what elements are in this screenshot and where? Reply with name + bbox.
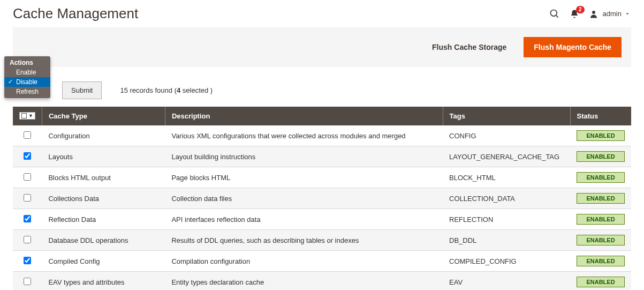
cell-tags: DB_DDL <box>443 230 570 251</box>
status-badge: ENABLED <box>577 214 625 225</box>
column-header-select: ▼ <box>13 107 42 125</box>
svg-point-2 <box>592 11 595 14</box>
row-checkbox[interactable] <box>24 257 31 264</box>
submit-button[interactable]: Submit <box>62 81 102 99</box>
actions-option-enable[interactable]: Enable <box>4 68 50 77</box>
records-found: 15 records found (4 selected ) <box>120 86 213 94</box>
svg-point-0 <box>550 10 557 16</box>
cell-cache-type: Database DDL operations <box>42 230 165 251</box>
table-row: LayoutsLayout building instructionsLAYOU… <box>13 146 631 167</box>
actions-option-disable[interactable]: Disable <box>4 77 50 87</box>
admin-user-label: admin <box>603 10 622 18</box>
svg-line-1 <box>556 15 558 17</box>
cell-cache-type: Reflection Data <box>42 209 165 230</box>
cache-table: ▼ Cache Type Description Tags Status Con… <box>13 107 631 290</box>
controls-row: Actions Enable Disable Refresh Submit 15… <box>13 81 631 99</box>
mass-select-toggle[interactable]: ▼ <box>19 112 35 120</box>
page-title: Cache Management <box>13 5 138 22</box>
cell-tags: REFLECTION <box>443 209 570 230</box>
flush-actions-bar: Flush Cache Storage Flush Magento Cache <box>13 27 631 67</box>
row-checkbox[interactable] <box>24 236 31 243</box>
cell-tags: CONFIG <box>443 125 570 146</box>
row-checkbox[interactable] <box>24 215 31 222</box>
table-row: Database DDL operationsResults of DDL qu… <box>13 230 631 251</box>
actions-dropdown: Actions Enable Disable Refresh <box>4 56 50 98</box>
cell-tags: LAYOUT_GENERAL_CACHE_TAG <box>443 146 570 167</box>
cell-description: Page blocks HTML <box>165 167 443 188</box>
cell-cache-type: Layouts <box>42 146 165 167</box>
cell-description: Compilation configuration <box>165 251 443 272</box>
cell-description: Collection data files <box>165 188 443 209</box>
table-row: Reflection DataAPI interfaces reflection… <box>13 209 631 230</box>
actions-dropdown-header: Actions <box>4 58 50 68</box>
notifications-badge: 2 <box>576 6 585 13</box>
actions-option-refresh[interactable]: Refresh <box>4 87 50 96</box>
column-header-type[interactable]: Cache Type <box>42 107 165 125</box>
column-header-status[interactable]: Status <box>570 107 631 125</box>
cell-tags: COLLECTION_DATA <box>443 188 570 209</box>
row-checkbox[interactable] <box>24 194 31 202</box>
cell-cache-type: Compiled Config <box>42 251 165 272</box>
status-badge: ENABLED <box>577 151 625 162</box>
cell-description: Entity types declaration cache <box>165 272 443 291</box>
cell-tags: BLOCK_HTML <box>443 167 570 188</box>
row-checkbox[interactable] <box>24 278 31 285</box>
table-row: EAV types and attributesEntity types dec… <box>13 272 631 291</box>
chevron-down-icon <box>625 11 630 17</box>
column-header-tags[interactable]: Tags <box>443 107 570 125</box>
search-icon[interactable] <box>549 9 560 19</box>
table-row: Collections DataCollection data filesCOL… <box>13 188 631 209</box>
status-badge: ENABLED <box>577 277 625 287</box>
status-badge: ENABLED <box>577 130 625 141</box>
status-badge: ENABLED <box>577 256 625 266</box>
page-header: Cache Management 2 admin <box>0 0 644 27</box>
cell-cache-type: EAV types and attributes <box>42 272 165 291</box>
cell-cache-type: Collections Data <box>42 188 165 209</box>
admin-user-menu[interactable]: admin <box>589 9 631 19</box>
status-badge: ENABLED <box>577 172 625 183</box>
row-checkbox[interactable] <box>24 173 31 181</box>
cell-description: Various XML configurations that were col… <box>165 125 443 146</box>
cell-cache-type: Blocks HTML output <box>42 167 165 188</box>
checkbox-icon <box>21 113 27 118</box>
status-badge: ENABLED <box>577 235 625 246</box>
table-row: Blocks HTML outputPage blocks HTMLBLOCK_… <box>13 167 631 188</box>
chevron-down-icon: ▼ <box>28 113 33 118</box>
cell-cache-type: Configuration <box>42 125 165 146</box>
column-header-description[interactable]: Description <box>165 107 443 125</box>
cell-description: API interfaces reflection data <box>165 209 443 230</box>
cell-tags: EAV <box>443 272 570 291</box>
flush-magento-cache-button[interactable]: Flush Magento Cache <box>524 37 622 57</box>
notifications-icon[interactable]: 2 <box>570 9 579 19</box>
cell-description: Results of DDL queries, such as describi… <box>165 230 443 251</box>
cell-description: Layout building instructions <box>165 146 443 167</box>
flush-cache-storage-button[interactable]: Flush Cache Storage <box>422 37 516 57</box>
row-checkbox[interactable] <box>24 152 31 160</box>
row-checkbox[interactable] <box>24 131 31 139</box>
cell-tags: COMPILED_CONFIG <box>443 251 570 272</box>
header-actions: 2 admin <box>549 9 631 19</box>
table-row: ConfigurationVarious XML configurations … <box>13 125 631 146</box>
table-row: Compiled ConfigCompilation configuration… <box>13 251 631 272</box>
status-badge: ENABLED <box>577 193 625 204</box>
